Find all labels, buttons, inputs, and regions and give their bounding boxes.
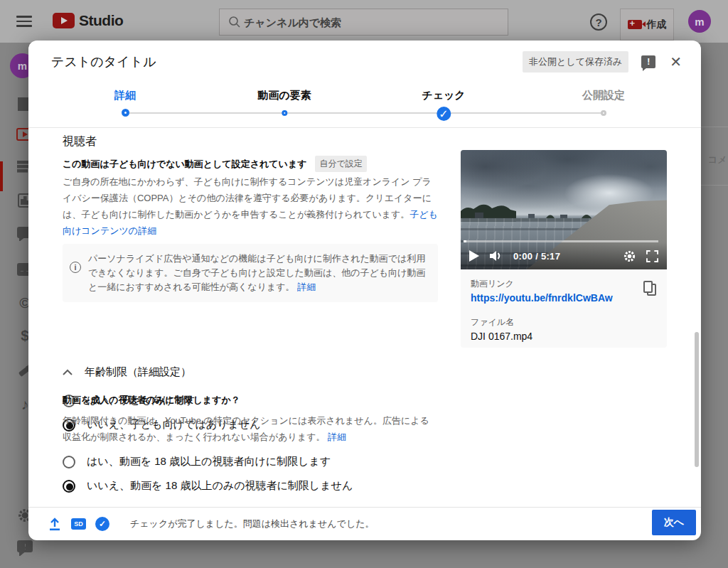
radio-age-restrict-yes[interactable]: はい、動画を 18 歳以上の視聴者向けに制限します <box>63 455 331 468</box>
step-video-elements[interactable]: 動画の要素 <box>257 89 311 116</box>
age-details-link[interactable]: 詳細 <box>328 432 346 442</box>
create-button[interactable]: 作成 <box>620 9 674 41</box>
fullscreen-icon[interactable] <box>646 250 658 262</box>
app-topbar: Studio ? 作成 m <box>0 0 728 43</box>
youtube-studio-logo[interactable]: Studio <box>53 12 123 29</box>
chevron-up-icon <box>63 369 73 375</box>
checks-status-text: チェックが完了しました。問題は検出されませんでした。 <box>130 518 374 530</box>
video-link-url[interactable]: https://youtu.be/fnrdklCwBAw <box>471 292 657 304</box>
saved-status-badge: 非公開として保存済み <box>523 51 628 73</box>
account-avatar[interactable]: m <box>688 10 711 33</box>
age-restriction-description: 年齢制限付きの動画は、YouTube の特定のセクションには表示されません。広告… <box>63 412 438 445</box>
video-metadata: 動画リンク https://youtu.be/fnrdklCwBAw ファイル名… <box>471 278 657 342</box>
channel-search-box[interactable] <box>219 9 508 36</box>
filename-label: ファイル名 <box>471 316 657 328</box>
search-input[interactable] <box>244 16 471 28</box>
help-icon[interactable]: ? <box>590 14 607 31</box>
audience-status-text: この動画は子ども向けでない動画として設定されています <box>63 158 306 171</box>
radio-unselected-icon <box>63 456 75 468</box>
personalized-ads-infobox: i パーソナライズド広告や通知などの機能は子ども向けに制作された動画では利用でき… <box>63 244 438 302</box>
youtube-play-icon <box>53 13 75 28</box>
send-feedback-icon[interactable]: ! <box>641 55 655 68</box>
sd-quality-badge: SD <box>71 518 86 530</box>
radio-age-restrict-no[interactable]: いいえ、動画を 18 歳以上のみの視聴者に制限しません <box>63 479 353 493</box>
copy-link-icon[interactable] <box>643 281 659 298</box>
video-preview-card: 0:00 / 5:17 動画リンク https://youtu.be/fnrdk… <box>461 150 667 348</box>
video-link-label: 動画リンク <box>471 278 657 290</box>
next-button[interactable]: 次へ <box>652 510 696 535</box>
info-details-link[interactable]: 詳細 <box>297 282 316 292</box>
step-video-elements-dot <box>282 110 287 116</box>
stepper-connector <box>125 112 604 114</box>
filename-value: DJI 0167.mp4 <box>471 331 657 342</box>
step-visibility[interactable]: 公開設定 <box>582 89 625 116</box>
video-player[interactable]: 0:00 / 5:17 <box>461 150 667 269</box>
background-table-divider <box>701 185 728 186</box>
close-icon[interactable]: ✕ <box>670 55 682 69</box>
dialog-footer: SD ✓ チェックが完了しました。問題は検出されませんでした。 次へ <box>28 507 701 540</box>
audience-heading: 視聴者 <box>63 134 97 149</box>
dialog-header: テストのタイトル 非公開として保存済み ! ✕ <box>28 41 701 73</box>
background-table-divider <box>701 127 728 127</box>
time-display: 0:00 / 5:17 <box>513 251 560 262</box>
age-restriction-toggle[interactable]: 年齢制限（詳細設定） <box>63 365 191 379</box>
dialog-scrollbar[interactable] <box>695 332 699 467</box>
checks-complete-icon: ✓ <box>95 517 109 531</box>
active-item-indicator <box>0 161 3 191</box>
volume-icon[interactable] <box>489 250 503 262</box>
sidebar-item-feedback[interactable] <box>16 539 34 557</box>
audience-description: ご自身の所在地にかかわらず、子ども向けに制作するコンテンツは児童オンライン プラ… <box>63 173 438 239</box>
step-details-dot <box>122 109 129 117</box>
studio-wordmark: Studio <box>79 12 123 29</box>
step-visibility-dot <box>601 110 606 116</box>
background-comments-column-header: コメ <box>708 154 727 166</box>
play-icon[interactable] <box>469 250 479 262</box>
radio-selected-icon <box>63 480 75 493</box>
upload-stepper: 詳細 動画の要素 チェック ✓ 公開設定 <box>28 73 701 128</box>
search-icon <box>228 16 241 28</box>
video-title: テストのタイトル <box>51 53 523 70</box>
player-controls: 0:00 / 5:17 <box>461 242 667 269</box>
step-checks[interactable]: チェック ✓ <box>422 89 465 121</box>
hamburger-menu-icon[interactable] <box>16 16 32 27</box>
step-checks-complete-icon: ✓ <box>437 107 451 121</box>
step-details[interactable]: 詳細 <box>114 89 136 117</box>
create-video-icon <box>628 20 642 29</box>
app-sidebar: m © $ ♪ <box>0 43 28 568</box>
info-icon: i <box>70 262 81 273</box>
age-restriction-question: 動画を成人の視聴者のみに制限しますか？ <box>63 394 240 407</box>
video-details-dialog: テストのタイトル 非公開として保存済み ! ✕ 詳細 動画の要素 チェック ✓ … <box>28 41 701 540</box>
upload-progress-icon <box>48 517 62 531</box>
player-settings-icon[interactable] <box>623 250 636 263</box>
set-by-you-badge: 自分で設定 <box>315 156 366 172</box>
